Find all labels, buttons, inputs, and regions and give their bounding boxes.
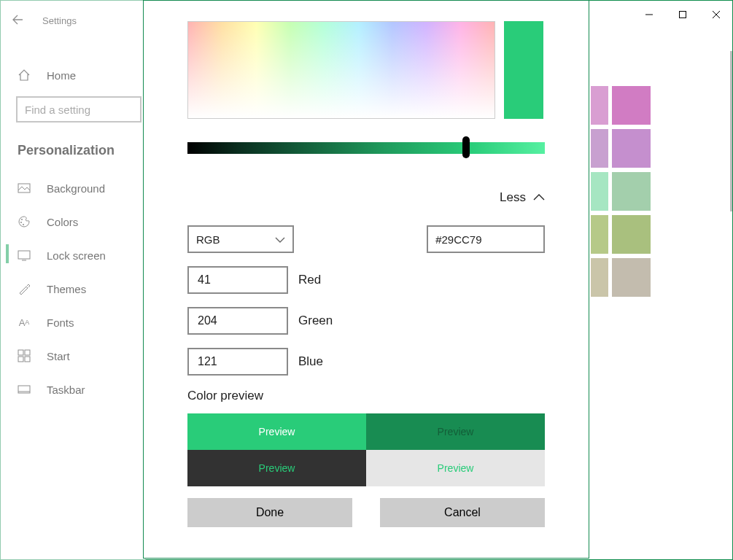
- preview-label: Preview: [438, 426, 474, 438]
- preview-dark: Preview: [366, 413, 545, 450]
- color-model-select[interactable]: RGB: [187, 225, 294, 253]
- hex-value: #29CC79: [435, 233, 481, 246]
- red-label: Red: [298, 273, 321, 287]
- minimize-button[interactable]: [632, 3, 666, 26]
- green-input[interactable]: 204: [187, 307, 288, 335]
- chevron-down-icon: [275, 233, 285, 246]
- preview-label: Preview: [259, 462, 295, 474]
- color-swatch[interactable]: [612, 129, 651, 168]
- color-swatch[interactable]: [591, 258, 608, 297]
- color-swatch[interactable]: [591, 172, 608, 211]
- blue-label: Blue: [298, 354, 323, 369]
- chevron-up-icon: [533, 190, 545, 205]
- custom-color-dialog: Less RGB #29CC79 41 Red 204 Green 121 Bl…: [143, 0, 589, 559]
- less-label: Less: [500, 190, 526, 205]
- done-button[interactable]: Done: [187, 498, 352, 527]
- close-button[interactable]: [699, 3, 733, 26]
- lightness-slider[interactable]: [187, 142, 545, 154]
- red-input[interactable]: 41: [187, 266, 288, 294]
- maximize-button[interactable]: [666, 3, 699, 26]
- titlebar-controls: [632, 0, 733, 29]
- red-value: 41: [198, 273, 211, 287]
- preview-on-dark: Preview: [187, 450, 366, 486]
- color-preview-grid: Preview Preview Preview Preview: [187, 413, 545, 486]
- preview-bright: Preview: [187, 413, 366, 450]
- cancel-label: Cancel: [444, 506, 481, 519]
- hex-input[interactable]: #29CC79: [427, 225, 545, 253]
- color-swatch[interactable]: [612, 86, 651, 125]
- slider-thumb[interactable]: [462, 136, 470, 158]
- preview-on-light: Preview: [366, 450, 545, 486]
- color-swatch[interactable]: [612, 172, 651, 211]
- cancel-button[interactable]: Cancel: [380, 498, 545, 527]
- palette-swatch-column-partial: [591, 86, 608, 297]
- color-field[interactable]: [187, 21, 495, 119]
- color-swatch[interactable]: [612, 258, 651, 297]
- preview-title: Color preview: [187, 389, 545, 403]
- blue-input[interactable]: 121: [187, 348, 288, 376]
- preview-label: Preview: [438, 462, 474, 474]
- toggle-less[interactable]: Less: [187, 190, 545, 205]
- blue-value: 121: [198, 355, 217, 368]
- color-model-value: RGB: [196, 233, 220, 246]
- green-label: Green: [298, 314, 333, 328]
- color-swatch[interactable]: [612, 215, 651, 254]
- active-indicator: [6, 244, 9, 263]
- done-label: Done: [256, 506, 284, 519]
- palette-swatch-column: [612, 86, 651, 297]
- svg-rect-1: [680, 12, 686, 18]
- color-swatch[interactable]: [591, 215, 608, 254]
- color-swatch[interactable]: [591, 86, 608, 125]
- color-swatch[interactable]: [591, 129, 608, 168]
- preview-label: Preview: [259, 426, 295, 438]
- green-value: 204: [198, 314, 217, 327]
- scrollbar-thumb[interactable]: [730, 51, 732, 211]
- current-color-swatch: [504, 21, 543, 119]
